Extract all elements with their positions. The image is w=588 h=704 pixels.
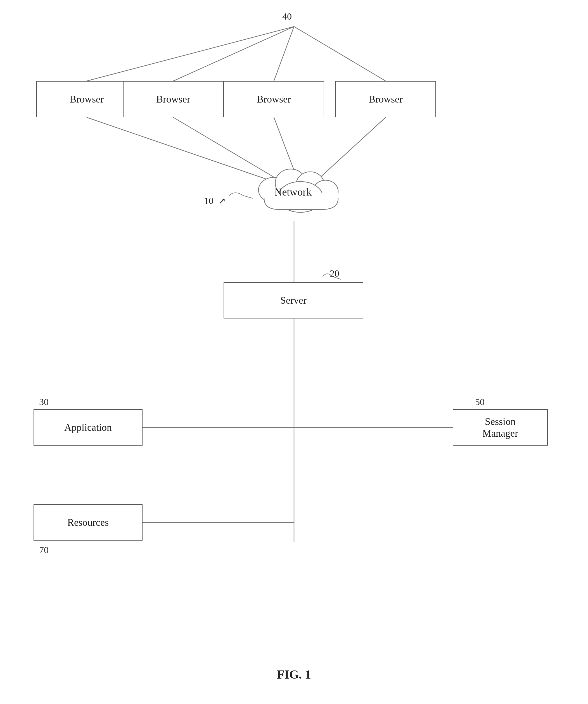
svg-line-5 [173, 117, 277, 179]
label-20: 20 [330, 268, 339, 279]
browser2-box: Browser [123, 81, 224, 117]
browser1-box: Browser [36, 81, 137, 117]
svg-line-3 [294, 26, 386, 81]
resources-box: Resources [34, 504, 143, 540]
svg-line-2 [274, 26, 294, 81]
label-70: 70 [39, 545, 49, 555]
browser3-box: Browser [224, 81, 324, 117]
label-10: 10 ↗ [204, 195, 226, 206]
application-box: Application [34, 409, 143, 446]
svg-line-19 [243, 195, 253, 198]
label-40: 40 [282, 11, 292, 22]
svg-line-6 [274, 117, 296, 176]
session-manager-box: Session Manager [453, 409, 548, 446]
server-box: Server [224, 282, 363, 318]
browser4-box: Browser [335, 81, 436, 117]
figure-caption: FIG. 1 [277, 667, 311, 682]
label-30: 30 [39, 397, 49, 407]
svg-line-0 [87, 26, 294, 81]
svg-line-7 [319, 117, 386, 179]
diagram: 40 Browser Browser Browser Browser 10 ↗ … [0, 0, 588, 704]
label-50: 50 [475, 397, 485, 407]
svg-line-4 [87, 117, 266, 179]
network-label: Network [274, 186, 312, 198]
